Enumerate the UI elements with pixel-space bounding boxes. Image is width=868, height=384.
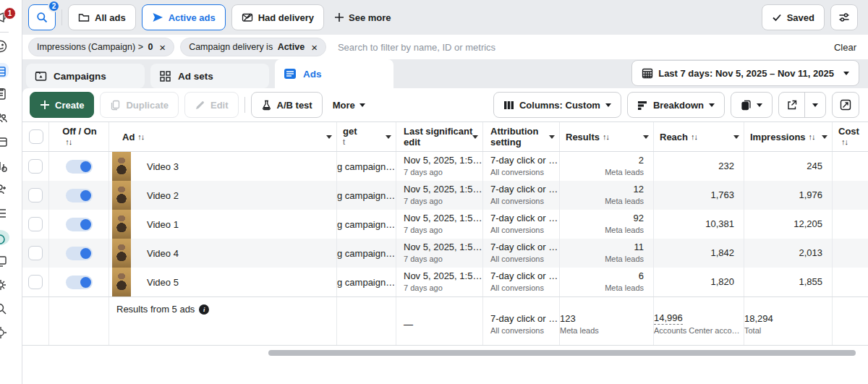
- search-filter-button[interactable]: 2: [28, 4, 56, 30]
- row-checkbox[interactable]: [28, 217, 43, 231]
- caret-down-icon[interactable]: [822, 135, 827, 139]
- header-cost-clipped[interactable]: Cost↑↓: [833, 122, 868, 151]
- list-icon[interactable]: [0, 206, 8, 221]
- ad-name[interactable]: Video 1: [147, 219, 179, 230]
- billing-card-icon[interactable]: [0, 135, 8, 150]
- results-cell: 2Meta leads: [560, 152, 654, 181]
- remove-filter-icon[interactable]: ×: [311, 42, 318, 53]
- row-checkbox[interactable]: [28, 275, 43, 289]
- ad-name[interactable]: Video 3: [147, 161, 179, 172]
- row-checkbox[interactable]: [28, 159, 43, 174]
- export-button[interactable]: [779, 93, 804, 117]
- all-ads-button[interactable]: All ads: [68, 4, 136, 30]
- filter-settings-button[interactable]: [830, 4, 858, 30]
- columns-button[interactable]: Columns: Custom: [493, 92, 621, 118]
- header-attribution-setting[interactable]: Attributionsetting: [483, 122, 560, 151]
- select-all-checkbox[interactable]: [29, 129, 43, 144]
- row-checkbox[interactable]: [28, 188, 43, 202]
- ad-name[interactable]: Video 4: [147, 248, 179, 259]
- sliders-icon: [838, 12, 850, 23]
- scrollbar-thumb[interactable]: [268, 350, 856, 356]
- analytics-icon[interactable]: [0, 158, 8, 174]
- see-more-button[interactable]: See more: [334, 12, 391, 23]
- export-options-button[interactable]: [805, 93, 825, 117]
- reach-total-link[interactable]: 14,996: [654, 312, 683, 325]
- had-delivery-button[interactable]: Had delivery: [231, 4, 324, 30]
- duplicate-button[interactable]: Duplicate: [100, 92, 179, 118]
- envelope-slash-icon: [242, 12, 253, 23]
- active-account-icon[interactable]: [0, 230, 9, 245]
- settings-gear-icon[interactable]: [0, 278, 8, 293]
- header-ad[interactable]: Ad ↑↓: [109, 122, 337, 151]
- columns-icon: [503, 100, 514, 111]
- impressions-cell: 2,013: [744, 239, 833, 268]
- filter-pill-delivery[interactable]: Campaign delivery is Active ×: [180, 38, 326, 56]
- reports-button[interactable]: [731, 92, 773, 118]
- create-button[interactable]: Create: [30, 92, 94, 118]
- help-gear-icon[interactable]: [0, 325, 8, 341]
- ad-status-toggle[interactable]: [66, 247, 93, 260]
- clear-filters-button[interactable]: Clear: [834, 42, 856, 53]
- attribution-cell: 7-day click or …All conversions: [483, 239, 560, 268]
- calendar-icon: [642, 67, 653, 79]
- date-range-button[interactable]: Last 7 days: Nov 5, 2025 – Nov 11, 2025: [631, 60, 859, 86]
- tab-ad-sets[interactable]: Ad sets: [150, 64, 269, 88]
- header-off-on[interactable]: Off / On↑↓: [49, 122, 109, 151]
- ad-status-toggle[interactable]: [66, 189, 93, 202]
- remove-filter-icon[interactable]: ×: [159, 42, 166, 53]
- ads-table-icon: [284, 67, 297, 80]
- ad-name[interactable]: Video 2: [147, 190, 179, 201]
- header-reach[interactable]: Reach ↑↓: [654, 122, 744, 151]
- filter-pill-impressions[interactable]: Impressions (Campaign) > 0 ×: [28, 38, 174, 56]
- last-edit-cell: Nov 5, 2025, 1:5…7 days ago: [396, 268, 483, 296]
- smiley-icon[interactable]: [0, 39, 8, 54]
- caret-down-icon[interactable]: [733, 135, 739, 139]
- ad-status-toggle[interactable]: [66, 160, 93, 174]
- filter-search-input[interactable]: [338, 42, 828, 53]
- reach-cell: 1,842: [654, 239, 744, 268]
- more-button[interactable]: More: [333, 100, 365, 111]
- header-impressions[interactable]: Impressions ↑↓: [744, 122, 833, 151]
- caret-down-icon[interactable]: [549, 135, 555, 139]
- ad-thumbnail[interactable]: [112, 210, 131, 239]
- cost-cell: [833, 297, 868, 345]
- active-ads-button[interactable]: Active ads: [142, 4, 226, 30]
- ad-status-toggle[interactable]: [66, 276, 93, 289]
- saved-button[interactable]: Saved: [762, 4, 825, 30]
- ad-name[interactable]: Video 5: [147, 277, 179, 288]
- cost-cell: [833, 152, 868, 181]
- row-checkbox[interactable]: [28, 246, 43, 260]
- clipboard-icon[interactable]: [0, 87, 8, 102]
- table-row: Video 2 g campaign… Nov 5, 2025, 1:5…7 d…: [22, 181, 868, 210]
- device-icon[interactable]: [0, 254, 8, 269]
- audiences-icon[interactable]: [0, 111, 8, 126]
- notification-badge: 1: [4, 7, 16, 20]
- results-cell: 12Meta leads: [560, 181, 654, 210]
- charts-button[interactable]: [832, 92, 859, 118]
- ad-thumbnail[interactable]: [112, 152, 131, 181]
- ad-thumbnail[interactable]: [112, 181, 131, 210]
- header-last-significant-edit[interactable]: Last significantedit: [396, 122, 483, 151]
- budget-cell: g campaign…: [337, 152, 396, 181]
- caret-down-icon[interactable]: [326, 135, 332, 139]
- header-results[interactable]: Results ↑↓: [560, 122, 654, 151]
- ad-thumbnail[interactable]: [112, 268, 131, 296]
- ads-table: Off / On↑↓ Ad ↑↓ gett Last significanted…: [22, 121, 868, 346]
- caret-down-icon[interactable]: [472, 135, 478, 139]
- ad-thumbnail[interactable]: [112, 239, 131, 268]
- info-icon[interactable]: [199, 304, 209, 315]
- ad-status-toggle[interactable]: [66, 218, 93, 231]
- results-cell: 6Meta leads: [560, 268, 654, 296]
- tab-campaigns[interactable]: Campaigns: [26, 64, 145, 88]
- header-budget-clipped[interactable]: gett: [337, 122, 396, 151]
- search-sidebar-icon[interactable]: [0, 302, 8, 317]
- caret-down-icon[interactable]: [643, 135, 649, 139]
- tab-ads[interactable]: Ads: [275, 59, 393, 88]
- results-cell: 92Meta leads: [560, 210, 654, 239]
- caret-down-icon[interactable]: [386, 135, 391, 139]
- breakdown-button[interactable]: Breakdown: [627, 92, 725, 118]
- add-person-icon[interactable]: [0, 182, 8, 197]
- ab-test-button[interactable]: A/B test: [251, 92, 323, 118]
- edit-button[interactable]: Edit: [184, 92, 239, 118]
- ads-manager-icon[interactable]: [0, 63, 9, 78]
